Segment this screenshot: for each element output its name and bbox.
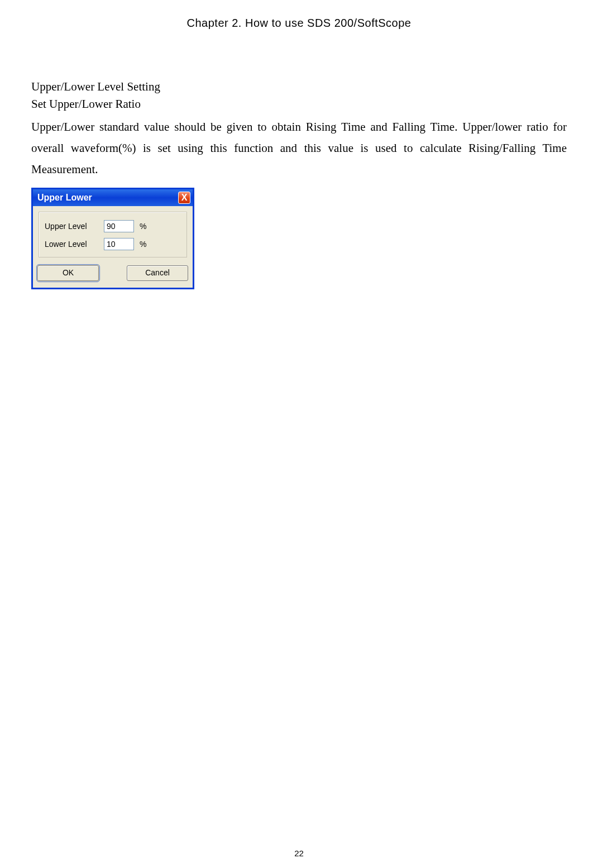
level-fieldset: Upper Level % Lower Level % <box>39 212 187 257</box>
lower-level-unit: % <box>140 240 149 249</box>
dialog-body: Upper Level % Lower Level % <box>33 206 193 260</box>
dialog-button-row: OK Cancel <box>33 260 193 288</box>
cancel-button[interactable]: Cancel <box>127 265 188 281</box>
close-button[interactable]: X <box>178 192 190 204</box>
upper-level-input[interactable] <box>104 220 134 232</box>
page-number: 22 <box>0 848 598 858</box>
chapter-title: Chapter 2. How to use SDS 200/SoftScope <box>31 17 567 30</box>
dialog-titlebar[interactable]: Upper Lower X <box>33 189 193 206</box>
section-subheading: Set Upper/Lower Ratio <box>31 97 567 111</box>
upper-lower-dialog: Upper Lower X Upper Level % Lower Level … <box>31 188 194 289</box>
lower-level-row: Lower Level % <box>45 238 181 250</box>
close-icon: X <box>181 193 188 202</box>
upper-level-label: Upper Level <box>45 222 98 231</box>
upper-level-unit: % <box>140 222 149 231</box>
section-body: Upper/Lower standard value should be giv… <box>31 117 567 180</box>
upper-level-row: Upper Level % <box>45 220 181 232</box>
section-heading: Upper/Lower Level Setting <box>31 80 567 94</box>
ok-button[interactable]: OK <box>37 265 99 281</box>
dialog-title: Upper Lower <box>37 193 92 203</box>
lower-level-label: Lower Level <box>45 240 98 249</box>
lower-level-input[interactable] <box>104 238 134 250</box>
